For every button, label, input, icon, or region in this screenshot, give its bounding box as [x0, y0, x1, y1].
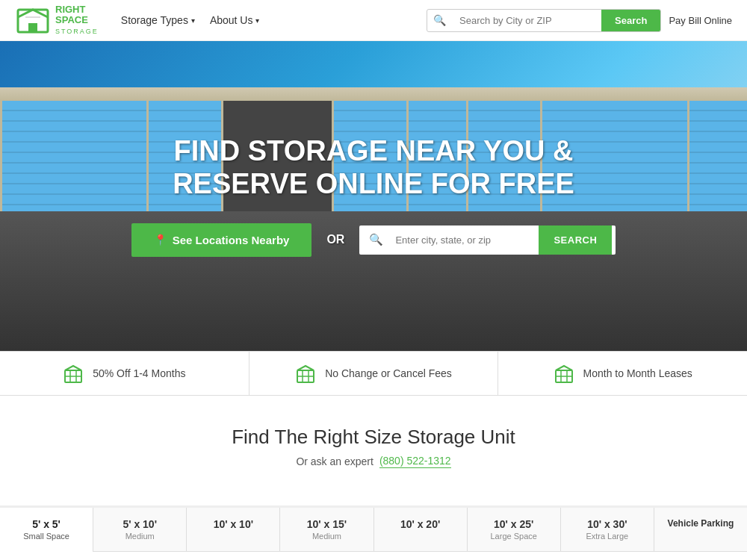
- hero-content: FIND STORAGE NEAR YOU & RESERVE ONLINE F…: [0, 41, 747, 351]
- size-tab-10x20[interactable]: 10' x 20': [374, 508, 468, 552]
- header-search-bar: 🔍 Search: [427, 9, 661, 32]
- size-tab-10x30[interactable]: 10' x 30' Extra Large: [561, 508, 654, 552]
- hero-search-input[interactable]: [389, 225, 539, 255]
- hero-section: FIND STORAGE NEAR YOU & RESERVE ONLINE F…: [0, 41, 747, 351]
- chevron-down-icon: ▾: [255, 16, 259, 25]
- header-search-input[interactable]: [452, 10, 601, 31]
- size-tabs: 5' x 5' Small Space 5' x 10' Medium 10' …: [0, 505, 747, 552]
- logo[interactable]: RIGHT SPACE STORAGE: [15, 2, 99, 38]
- size-tab-10x10[interactable]: 10' x 10': [187, 508, 280, 552]
- nav-about-us[interactable]: About Us ▾: [210, 14, 260, 26]
- logo-text: RIGHT SPACE STORAGE: [55, 4, 99, 37]
- size-tab-10x15[interactable]: 10' x 15' Medium: [280, 508, 374, 552]
- storage-section: Find The Right Size Storage Unit Or ask …: [0, 396, 747, 483]
- search-icon: 🔍: [363, 233, 389, 246]
- hero-search-bar: 🔍 SEARCH: [359, 225, 616, 255]
- location-pin-icon: 📍: [154, 234, 167, 246]
- size-tab-5x10[interactable]: 5' x 10' Medium: [93, 508, 187, 552]
- benefits-bar: 50% Off 1-4 Months No Change or Cancel F…: [0, 351, 747, 396]
- size-tab-5x5[interactable]: 5' x 5' Small Space: [0, 505, 93, 552]
- size-tab-vehicle[interactable]: Vehicle Parking: [654, 508, 747, 552]
- benefit-leases-text: Month to Month Leases: [583, 367, 692, 379]
- header-search-button[interactable]: Search: [601, 10, 660, 31]
- box-icon: [295, 363, 316, 384]
- benefit-discount-text: 50% Off 1-4 Months: [93, 367, 185, 379]
- header: RIGHT SPACE STORAGE Storage Types ▾ Abou…: [0, 0, 747, 41]
- header-right: 🔍 Search Pay Bill Online: [427, 9, 732, 32]
- pay-bill-link[interactable]: Pay Bill Online: [669, 15, 732, 26]
- benefit-leases: Month to Month Leases: [498, 352, 747, 395]
- benefit-no-fees: No Change or Cancel Fees: [249, 352, 499, 395]
- logo-icon: [15, 2, 51, 38]
- size-tab-10x25[interactable]: 10' x 25' Large Space: [468, 508, 561, 552]
- benefit-no-fees-text: No Change or Cancel Fees: [325, 367, 452, 379]
- search-icon: 🔍: [427, 10, 452, 31]
- box-icon: [63, 363, 84, 384]
- hero-actions: 📍 See Locations Nearby OR 🔍 SEARCH: [131, 223, 616, 257]
- phone-link[interactable]: (880) 522-1312: [379, 455, 451, 468]
- storage-section-subtitle: Or ask an expert (880) 522-1312: [15, 455, 732, 468]
- or-divider: OR: [326, 233, 344, 246]
- chevron-down-icon: ▾: [191, 16, 195, 25]
- hero-title: FIND STORAGE NEAR YOU & RESERVE ONLINE F…: [164, 135, 583, 200]
- box-icon: [554, 363, 574, 384]
- storage-section-title: Find The Right Size Storage Unit: [15, 426, 732, 449]
- hero-search-button[interactable]: SEARCH: [539, 225, 612, 255]
- benefit-discount: 50% Off 1-4 Months: [0, 352, 249, 395]
- nav-storage-types[interactable]: Storage Types ▾: [121, 14, 195, 26]
- see-locations-button[interactable]: 📍 See Locations Nearby: [131, 223, 312, 257]
- main-nav: Storage Types ▾ About Us ▾: [121, 14, 427, 26]
